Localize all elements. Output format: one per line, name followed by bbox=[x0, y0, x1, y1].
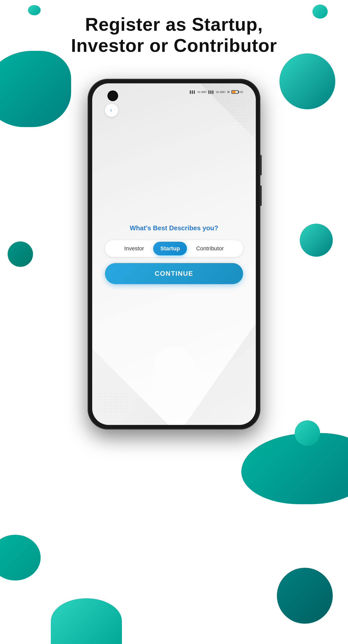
back-button[interactable]: ‹ bbox=[105, 104, 118, 117]
contributor-button[interactable]: Contributor bbox=[189, 242, 231, 255]
blob-bottom-right-circle bbox=[277, 568, 333, 624]
heading-line2: Investor or Contributor bbox=[10, 35, 338, 56]
question-label: What's Best Describes you? bbox=[130, 224, 218, 232]
page-heading: Register as Startup, Investor or Contrib… bbox=[0, 14, 348, 56]
continue-button[interactable]: CONTINUE bbox=[105, 263, 243, 284]
phone-power-button bbox=[260, 155, 262, 175]
phone-screen: ▌▌▌ Vo WiFi ▌▌▌ Vo WiFi ⌘ 42 ‹ What's Be… bbox=[92, 83, 256, 425]
wifi-icon: ⌘ bbox=[227, 90, 230, 94]
camera-hole bbox=[107, 90, 118, 101]
phone-volume-button bbox=[260, 186, 262, 206]
blob-top-left bbox=[0, 51, 71, 127]
blob-mid-left bbox=[8, 241, 33, 267]
vo-wifi-2-label: Vo WiFi bbox=[216, 90, 226, 94]
blob-bottom-center bbox=[51, 598, 122, 644]
vo-wifi-1-label: Vo WiFi bbox=[197, 90, 207, 94]
blob-circle-right bbox=[279, 53, 335, 109]
blob-green-right-mid bbox=[295, 420, 320, 446]
blob-bottom-left bbox=[0, 535, 41, 580]
status-icons: ▌▌▌ Vo WiFi ▌▌▌ Vo WiFi ⌘ 42 bbox=[190, 90, 243, 94]
blob-bottom-right-large bbox=[241, 433, 348, 504]
blob-mid-right bbox=[300, 224, 333, 257]
role-selector: Investor Startup Contributor bbox=[105, 240, 243, 257]
investor-button[interactable]: Investor bbox=[117, 242, 151, 255]
phone-outer: ▌▌▌ Vo WiFi ▌▌▌ Vo WiFi ⌘ 42 ‹ What's Be… bbox=[88, 79, 260, 430]
startup-button[interactable]: Startup bbox=[153, 242, 187, 255]
screen-content: What's Best Describes you? Investor Star… bbox=[92, 83, 256, 425]
phone-mockup: ▌▌▌ Vo WiFi ▌▌▌ Vo WiFi ⌘ 42 ‹ What's Be… bbox=[88, 79, 260, 430]
back-chevron-icon: ‹ bbox=[110, 108, 112, 113]
battery-fill bbox=[232, 91, 235, 93]
blob-top-left-small bbox=[28, 5, 41, 15]
battery-label: 42 bbox=[240, 90, 243, 94]
battery-indicator bbox=[231, 90, 239, 94]
signal-1-icon: ▌▌▌ bbox=[190, 90, 196, 94]
heading-line1: Register as Startup, bbox=[10, 14, 338, 35]
signal-2-icon: ▌▌▌ bbox=[208, 90, 214, 94]
